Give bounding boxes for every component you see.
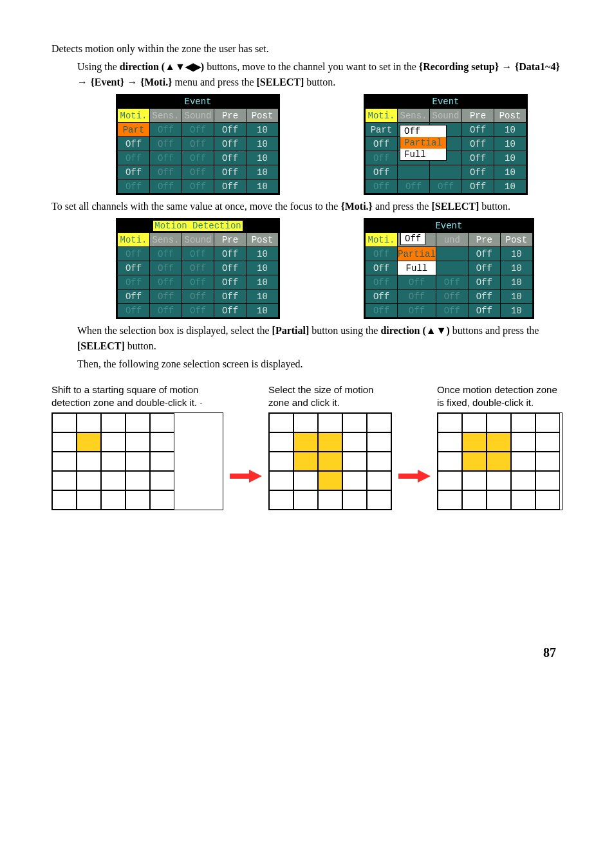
table-title: Event xyxy=(117,95,279,108)
motion-table: Motion Detection Moti. Sens. Sound Pre P… xyxy=(116,218,280,319)
col-moti: Moti. xyxy=(118,109,150,123)
zone-grid-1[interactable] xyxy=(51,412,223,510)
cell: Off xyxy=(214,123,247,137)
event-table-left-1: Event Moti. Sens. Sound Pre Post Part Of… xyxy=(116,94,280,195)
cell: Part xyxy=(118,123,150,137)
zone-grid-2[interactable] xyxy=(268,412,392,510)
zone-row: Shift to a starting square of motion det… xyxy=(51,383,563,510)
intro-text: Detects motion only within the zone the … xyxy=(51,41,563,57)
cell: Off xyxy=(182,151,214,165)
cell: Off xyxy=(150,123,182,137)
event-table-right-2: Event Moti. und Pre Post OffPartialOff10… xyxy=(364,218,534,319)
col-sound: Sound xyxy=(182,233,214,247)
instruction-2: To set all channels with the same value … xyxy=(51,199,563,214)
col-post: Post xyxy=(247,109,279,123)
cell: 10 xyxy=(247,180,279,194)
cell: Off xyxy=(182,137,214,151)
popup-item-off[interactable]: Off xyxy=(400,125,446,137)
table-title: Motion Detection xyxy=(117,219,279,232)
event-table-right-1: Event Moti. Sens. Sound Pre Post PartOff… xyxy=(364,94,528,195)
cell: Off xyxy=(214,137,247,151)
popup-item-partial[interactable]: Partial xyxy=(400,137,446,149)
svg-marker-1 xyxy=(398,470,431,483)
table-title: Event xyxy=(365,219,533,232)
col-sens: Sens. xyxy=(150,109,182,123)
zone-block-1: Shift to a starting square of motion det… xyxy=(51,383,223,510)
zone-caption-2: Select the size of motion zone and click… xyxy=(268,383,392,409)
cell: 10 xyxy=(247,165,279,180)
zone-caption-1: Shift to a starting square of motion det… xyxy=(51,383,223,409)
cell: Off xyxy=(214,151,247,165)
arrow-right-icon xyxy=(398,468,431,484)
popup-item-off[interactable]: Off xyxy=(401,233,425,245)
instruction-3: When the selection box is displayed, sel… xyxy=(77,323,563,354)
col-und: und xyxy=(436,233,468,247)
popup-item-full[interactable]: Full xyxy=(400,149,446,160)
instruction-1: Using the direction (▲▼◀▶) buttons, move… xyxy=(77,59,563,90)
cell: Off xyxy=(118,180,150,194)
col-sens: Sens. xyxy=(150,233,182,247)
page-number: 87 xyxy=(51,645,563,660)
table-row-2: Motion Detection Moti. Sens. Sound Pre P… xyxy=(116,218,563,319)
table-row-1: Event Moti. Sens. Sound Pre Post Part Of… xyxy=(116,94,563,195)
cell: Off xyxy=(150,137,182,151)
arrow-right-icon xyxy=(230,468,262,484)
cell: Off xyxy=(182,165,214,180)
col-pre: Pre xyxy=(214,109,247,123)
popup-menu[interactable]: Off Partial Full xyxy=(400,125,447,161)
col-pre: Pre xyxy=(468,233,500,247)
col-post: Post xyxy=(494,109,526,123)
cell: 10 xyxy=(247,151,279,165)
col-sens: Sens. xyxy=(398,109,430,123)
cell: Off xyxy=(118,137,150,151)
cell: 10 xyxy=(247,137,279,151)
cell: Off xyxy=(214,165,247,180)
cell: Off xyxy=(118,165,150,180)
cell: Off xyxy=(150,165,182,180)
cell: Off xyxy=(118,151,150,165)
col-pre: Pre xyxy=(214,233,247,247)
instruction-4: Then, the following zone selection scree… xyxy=(77,356,563,372)
cell: Off xyxy=(150,151,182,165)
svg-marker-0 xyxy=(230,470,262,483)
zone-grid-3[interactable] xyxy=(437,412,563,510)
col-sound: Sound xyxy=(430,109,462,123)
col-sound: Sound xyxy=(182,109,214,123)
cell: Off xyxy=(214,180,247,194)
col-moti: Moti. xyxy=(366,109,398,123)
cell: Off xyxy=(150,180,182,194)
cell: Off xyxy=(182,123,214,137)
cell: Off xyxy=(182,180,214,194)
col-moti: Moti. xyxy=(366,233,398,247)
cell: 10 xyxy=(247,123,279,137)
zone-caption-3: Once motion detection zone is fixed, dou… xyxy=(437,383,563,409)
zone-block-2: Select the size of motion zone and click… xyxy=(268,383,392,510)
col-post: Post xyxy=(247,233,279,247)
table-title: Event xyxy=(365,95,526,108)
zone-block-3: Once motion detection zone is fixed, dou… xyxy=(437,383,563,510)
col-post: Post xyxy=(500,233,532,247)
col-pre: Pre xyxy=(462,109,494,123)
popup-menu-2[interactable]: Off xyxy=(400,232,425,245)
col-moti: Moti. xyxy=(118,233,150,247)
